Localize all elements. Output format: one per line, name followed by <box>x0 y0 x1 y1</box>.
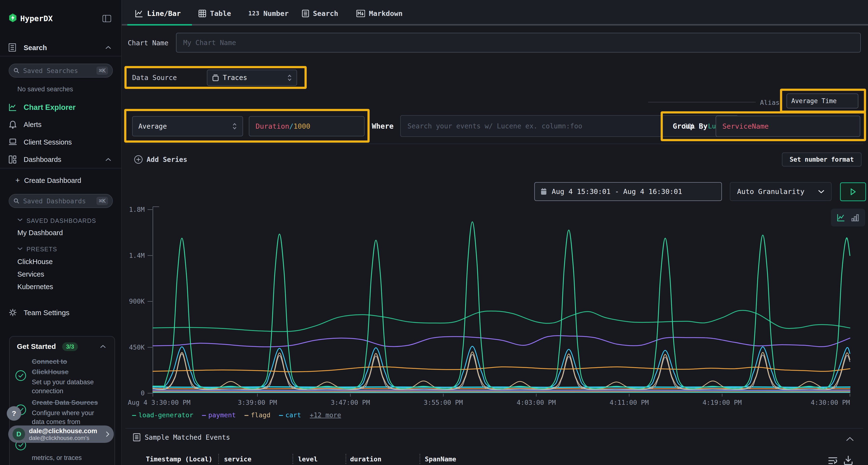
legend-swatch: — <box>202 411 206 419</box>
column-header-level[interactable]: level <box>298 455 317 463</box>
y-tick-label: 0 <box>141 389 145 397</box>
column-separator[interactable] <box>420 454 420 464</box>
x-tick-label: 3:55:00 PM <box>424 399 463 406</box>
y-tick-label: 1.4M <box>129 252 145 259</box>
column-separator[interactable] <box>345 454 346 464</box>
legend-label: flagd <box>251 411 270 419</box>
column-separator[interactable] <box>292 454 293 464</box>
legend-label: cart <box>285 411 301 419</box>
x-tick-label: 3:47:00 PM <box>331 399 370 406</box>
legend-label: load-generator <box>138 411 193 419</box>
legend-item-load-generator[interactable]: —load-generator <box>132 411 193 419</box>
legend-swatch: — <box>245 411 248 419</box>
app-root: HyperDX Search ⌘K No saved searches Char… <box>0 0 868 465</box>
sample-events-title: Sample Matched Events <box>145 433 230 441</box>
legend-item-payment[interactable]: —payment <box>202 411 236 419</box>
legend-item-cart[interactable]: —cart <box>279 411 301 419</box>
series-unnamed-green <box>153 310 850 332</box>
chart-canvas[interactable]: 1.8M1.4M900K450K0Aug 4 3:30:00 PM3:39:00… <box>0 0 868 465</box>
chevron-right-icon <box>105 431 110 437</box>
x-tick-label: 3:39:00 PM <box>238 399 277 406</box>
y-tick-label: 450K <box>129 343 145 351</box>
list-icon <box>133 433 140 441</box>
avatar: D <box>12 428 25 440</box>
column-header-spanname[interactable]: SpanName <box>425 455 456 463</box>
x-tick-label: 4:30:00 PM <box>811 399 850 406</box>
section-divider <box>125 428 863 429</box>
x-tick-label: Aug 4 3:30:00 PM <box>128 399 190 406</box>
series-unnamed-gray <box>153 354 850 390</box>
chart-legend: —load-generator—payment—flagd—cart+12 mo… <box>132 409 341 420</box>
help-button[interactable]: ? <box>7 406 21 421</box>
download-icon[interactable] <box>843 455 854 465</box>
panel-collapse-chevron-icon[interactable] <box>846 437 854 442</box>
series-payment <box>153 336 850 347</box>
y-tick-label: 900K <box>129 298 145 305</box>
series-flat-teal <box>153 392 850 392</box>
x-tick-label: 4:19:00 PM <box>703 399 742 406</box>
x-tick-label: 4:03:00 PM <box>517 399 556 406</box>
column-header-timestamp[interactable]: Timestamp (Local) <box>146 455 212 463</box>
user-subtitle: dale@clickhouse.com's <box>29 435 102 441</box>
column-separator[interactable] <box>218 454 219 464</box>
column-header-duration[interactable]: duration <box>350 455 381 463</box>
series-load-generator <box>153 222 850 389</box>
y-tick-label: 1.8M <box>129 206 145 213</box>
user-email: dale@clickhouse.com <box>29 427 102 435</box>
legend-label: payment <box>208 411 236 419</box>
event-stream-icon[interactable] <box>828 455 838 465</box>
series-flat-blue <box>153 390 850 390</box>
legend-more-link[interactable]: +12 more <box>310 411 341 419</box>
legend-swatch: — <box>279 411 283 419</box>
legend-swatch: — <box>132 411 136 419</box>
sample-events-header: Sample Matched Events <box>133 433 230 441</box>
user-menu[interactable]: D dale@clickhouse.com dale@clickhouse.co… <box>8 426 114 443</box>
column-header-service[interactable]: service <box>224 455 251 463</box>
x-tick-label: 4:11:00 PM <box>610 399 649 406</box>
legend-item-flagd[interactable]: —flagd <box>245 411 271 419</box>
series-unnamed-orange <box>153 367 850 372</box>
series-flat-red <box>153 391 850 391</box>
